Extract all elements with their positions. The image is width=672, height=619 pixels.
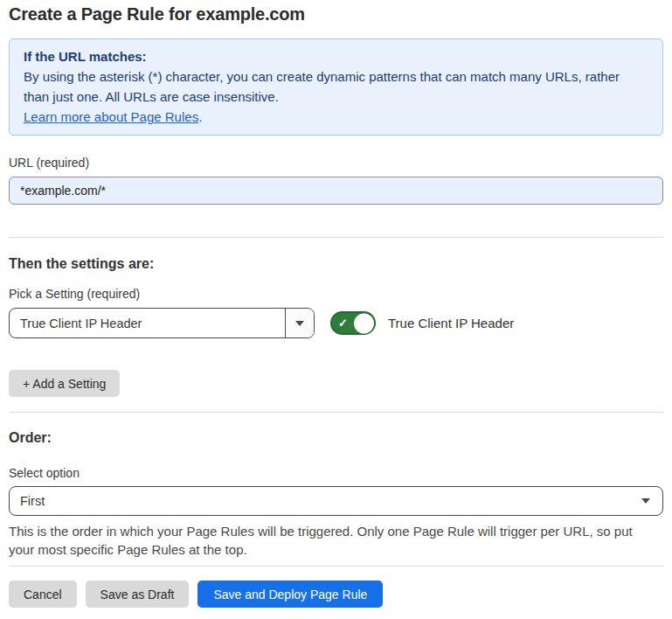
info-box-body-text: By using the asterisk (*) character, you… xyxy=(24,69,620,104)
info-box-body: By using the asterisk (*) character, you… xyxy=(24,66,648,107)
cancel-button[interactable]: Cancel xyxy=(9,581,77,608)
create-page-rule-form: Create a Page Rule for example.com If th… xyxy=(0,0,672,608)
true-client-ip-toggle[interactable]: ✓ xyxy=(330,311,376,335)
settings-section-heading: Then the settings are: xyxy=(9,256,663,272)
chevron-down-icon xyxy=(295,321,304,326)
url-input[interactable] xyxy=(9,177,663,205)
select-option-label: Select option xyxy=(9,466,663,480)
setting-select-caret-section[interactable] xyxy=(285,309,314,337)
form-actions: Cancel Save as Draft Save and Deploy Pag… xyxy=(9,581,663,608)
info-box-heading: If the URL matches: xyxy=(24,46,648,66)
check-icon: ✓ xyxy=(338,317,348,329)
toggle-label: True Client IP Header xyxy=(388,316,514,330)
setting-select[interactable]: True Client IP Header xyxy=(9,308,315,338)
add-setting-button[interactable]: + Add a Setting xyxy=(9,370,120,397)
toggle-knob xyxy=(354,313,374,333)
divider xyxy=(9,237,663,238)
setting-select-value: True Client IP Header xyxy=(10,316,285,330)
link-period: . xyxy=(198,109,202,124)
pick-setting-label: Pick a Setting (required) xyxy=(9,287,663,301)
setting-row: True Client IP Header ✓ True Client IP H… xyxy=(9,308,663,338)
page-title: Create a Page Rule for example.com xyxy=(9,0,663,24)
divider xyxy=(9,412,663,413)
order-help-text: This is the order in which your Page Rul… xyxy=(9,522,662,559)
divider xyxy=(9,566,663,567)
info-box-link-line: Learn more about Page Rules. xyxy=(24,107,648,127)
order-select[interactable]: First xyxy=(9,486,663,516)
url-match-info-box: If the URL matches: By using the asteris… xyxy=(9,38,663,136)
chevron-down-icon xyxy=(641,498,650,504)
learn-more-link[interactable]: Learn more about Page Rules xyxy=(24,109,198,124)
order-select-value: First xyxy=(20,494,45,508)
url-field-label: URL (required) xyxy=(9,156,663,170)
order-section-heading: Order: xyxy=(9,430,663,446)
save-and-deploy-button[interactable]: Save and Deploy Page Rule xyxy=(197,581,383,608)
save-as-draft-button[interactable]: Save as Draft xyxy=(86,581,190,608)
